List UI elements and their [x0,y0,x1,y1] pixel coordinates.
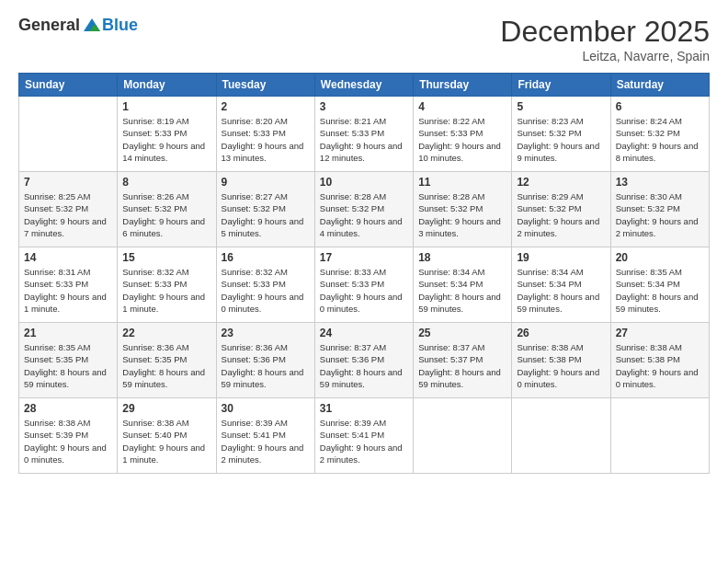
table-row [414,398,512,474]
cell-info: Sunrise: 8:23 AMSunset: 5:32 PMDaylight:… [517,115,605,164]
calendar-week-row: 28Sunrise: 8:38 AMSunset: 5:39 PMDayligh… [19,398,710,474]
table-row: 21Sunrise: 8:35 AMSunset: 5:35 PMDayligh… [19,323,118,398]
location-subtitle: Leitza, Navarre, Spain [500,49,710,63]
logo-blue: Blue [102,16,138,35]
cell-info: Sunrise: 8:37 AMSunset: 5:36 PMDaylight:… [320,341,408,390]
day-number: 13 [616,176,704,189]
day-number: 8 [122,176,210,189]
day-number: 9 [222,176,310,189]
cell-info: Sunrise: 8:30 AMSunset: 5:32 PMDaylight:… [616,190,704,239]
logo-general: General [18,16,80,35]
table-row: 13Sunrise: 8:30 AMSunset: 5:32 PMDayligh… [610,172,709,247]
table-row: 28Sunrise: 8:38 AMSunset: 5:39 PMDayligh… [19,398,118,474]
day-number: 20 [616,251,704,264]
col-tuesday: Tuesday [216,74,314,97]
day-number: 19 [517,251,605,264]
cell-info: Sunrise: 8:38 AMSunset: 5:39 PMDaylight:… [24,417,112,465]
col-saturday: Saturday [610,74,709,97]
header: General Blue December 2025 Leitza, Navar… [18,15,710,63]
day-number: 21 [24,327,112,339]
table-row [19,97,118,172]
col-monday: Monday [118,74,216,97]
cell-info: Sunrise: 8:32 AMSunset: 5:33 PMDaylight:… [122,266,210,315]
cell-info: Sunrise: 8:26 AMSunset: 5:32 PMDaylight:… [122,190,210,239]
cell-info: Sunrise: 8:28 AMSunset: 5:32 PMDaylight:… [418,190,506,239]
cell-info: Sunrise: 8:29 AMSunset: 5:32 PMDaylight:… [517,190,605,239]
cell-info: Sunrise: 8:33 AMSunset: 5:33 PMDaylight:… [320,266,408,315]
day-number: 28 [24,402,112,415]
day-number: 11 [418,176,506,189]
day-number: 18 [418,251,506,264]
calendar-week-row: 14Sunrise: 8:31 AMSunset: 5:33 PMDayligh… [19,247,710,323]
col-friday: Friday [512,74,610,97]
logo: General Blue [18,15,138,35]
logo-icon [82,15,102,35]
cell-info: Sunrise: 8:31 AMSunset: 5:33 PMDaylight:… [24,266,112,315]
table-row: 8Sunrise: 8:26 AMSunset: 5:32 PMDaylight… [118,172,216,247]
cell-info: Sunrise: 8:20 AMSunset: 5:33 PMDaylight:… [222,115,310,164]
cell-info: Sunrise: 8:39 AMSunset: 5:41 PMDaylight:… [320,417,408,465]
day-number: 3 [320,100,408,113]
day-number: 7 [24,176,112,189]
table-row: 15Sunrise: 8:32 AMSunset: 5:33 PMDayligh… [118,247,216,323]
table-row: 6Sunrise: 8:24 AMSunset: 5:32 PMDaylight… [610,97,709,172]
day-number: 27 [616,327,704,339]
cell-info: Sunrise: 8:39 AMSunset: 5:41 PMDaylight:… [222,417,310,465]
calendar-page: General Blue December 2025 Leitza, Navar… [0,0,728,563]
cell-info: Sunrise: 8:37 AMSunset: 5:37 PMDaylight:… [418,341,506,390]
cell-info: Sunrise: 8:28 AMSunset: 5:32 PMDaylight:… [320,190,408,239]
cell-info: Sunrise: 8:38 AMSunset: 5:38 PMDaylight:… [616,341,704,390]
table-row: 24Sunrise: 8:37 AMSunset: 5:36 PMDayligh… [314,323,413,398]
table-row: 1Sunrise: 8:19 AMSunset: 5:33 PMDaylight… [118,97,216,172]
cell-info: Sunrise: 8:34 AMSunset: 5:34 PMDaylight:… [418,266,506,315]
table-row: 30Sunrise: 8:39 AMSunset: 5:41 PMDayligh… [216,398,314,474]
table-row: 19Sunrise: 8:34 AMSunset: 5:34 PMDayligh… [512,247,610,323]
table-row: 17Sunrise: 8:33 AMSunset: 5:33 PMDayligh… [314,247,413,323]
title-section: December 2025 Leitza, Navarre, Spain [500,15,710,63]
day-number: 17 [320,251,408,264]
table-row: 14Sunrise: 8:31 AMSunset: 5:33 PMDayligh… [19,247,118,323]
cell-info: Sunrise: 8:35 AMSunset: 5:35 PMDaylight:… [24,341,112,390]
table-row: 25Sunrise: 8:37 AMSunset: 5:37 PMDayligh… [414,323,512,398]
col-wednesday: Wednesday [314,74,413,97]
cell-info: Sunrise: 8:34 AMSunset: 5:34 PMDaylight:… [517,266,605,315]
table-row: 9Sunrise: 8:27 AMSunset: 5:32 PMDaylight… [216,172,314,247]
day-number: 30 [222,402,310,415]
day-number: 25 [418,327,506,339]
table-row: 16Sunrise: 8:32 AMSunset: 5:33 PMDayligh… [216,247,314,323]
table-row: 23Sunrise: 8:36 AMSunset: 5:36 PMDayligh… [216,323,314,398]
table-row: 2Sunrise: 8:20 AMSunset: 5:33 PMDaylight… [216,97,314,172]
table-row: 4Sunrise: 8:22 AMSunset: 5:33 PMDaylight… [414,97,512,172]
table-row: 7Sunrise: 8:25 AMSunset: 5:32 PMDaylight… [19,172,118,247]
table-row: 11Sunrise: 8:28 AMSunset: 5:32 PMDayligh… [414,172,512,247]
day-number: 23 [222,327,310,339]
day-number: 31 [320,402,408,415]
day-number: 6 [616,100,704,113]
cell-info: Sunrise: 8:35 AMSunset: 5:34 PMDaylight:… [616,266,704,315]
day-number: 1 [122,100,210,113]
calendar-table: Sunday Monday Tuesday Wednesday Thursday… [18,73,710,474]
cell-info: Sunrise: 8:38 AMSunset: 5:38 PMDaylight:… [517,341,605,390]
table-row: 27Sunrise: 8:38 AMSunset: 5:38 PMDayligh… [610,323,709,398]
table-row [610,398,709,474]
day-number: 15 [122,251,210,264]
table-row: 3Sunrise: 8:21 AMSunset: 5:33 PMDaylight… [314,97,413,172]
table-row: 12Sunrise: 8:29 AMSunset: 5:32 PMDayligh… [512,172,610,247]
cell-info: Sunrise: 8:38 AMSunset: 5:40 PMDaylight:… [122,417,210,465]
day-number: 16 [222,251,310,264]
cell-info: Sunrise: 8:22 AMSunset: 5:33 PMDaylight:… [418,115,506,164]
col-thursday: Thursday [414,74,512,97]
cell-info: Sunrise: 8:21 AMSunset: 5:33 PMDaylight:… [320,115,408,164]
day-number: 29 [122,402,210,415]
table-row: 22Sunrise: 8:36 AMSunset: 5:35 PMDayligh… [118,323,216,398]
day-number: 5 [517,100,605,113]
day-number: 4 [418,100,506,113]
calendar-week-row: 1Sunrise: 8:19 AMSunset: 5:33 PMDaylight… [19,97,710,172]
cell-info: Sunrise: 8:36 AMSunset: 5:35 PMDaylight:… [122,341,210,390]
table-row: 31Sunrise: 8:39 AMSunset: 5:41 PMDayligh… [314,398,413,474]
table-row: 5Sunrise: 8:23 AMSunset: 5:32 PMDaylight… [512,97,610,172]
table-row: 20Sunrise: 8:35 AMSunset: 5:34 PMDayligh… [610,247,709,323]
calendar-week-row: 7Sunrise: 8:25 AMSunset: 5:32 PMDaylight… [19,172,710,247]
table-row [512,398,610,474]
month-year-title: December 2025 [500,15,710,49]
